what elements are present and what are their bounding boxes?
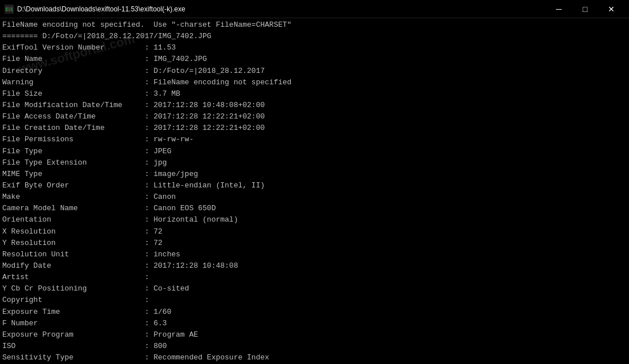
titlebar: C:\ D:\Downloads\Downloads\exiftool-11.5… xyxy=(0,0,629,18)
terminal-line: File Access Date/Time : 2017:12:28 12:22… xyxy=(2,111,627,122)
terminal-line: Y Cb Cr Positioning : Co-sited xyxy=(2,283,627,295)
terminal-line: File Name : IMG_7402.JPG xyxy=(2,54,627,65)
terminal-line: Copyright : xyxy=(2,295,627,306)
terminal-line: Camera Model Name : Canon EOS 650D xyxy=(2,203,627,214)
terminal-line: Sensitivity Type : Recommended Exposure … xyxy=(2,352,627,363)
app-icon: C:\ xyxy=(5,5,14,14)
terminal-line: File Permissions : rw-rw-rw- xyxy=(2,134,627,145)
terminal-line: FileName encoding not specified. Use "-c… xyxy=(2,19,627,31)
terminal-line: File Size : 3.7 MB xyxy=(2,88,627,100)
terminal-line: Artist : xyxy=(2,272,627,283)
terminal-line: ISO : 800 xyxy=(2,341,627,352)
terminal-line: ExifTool Version Number : 11.53 xyxy=(2,42,627,54)
terminal-line: Orientation : Horizontal (normal) xyxy=(2,214,627,226)
terminal-line: Make : Canon xyxy=(2,191,627,203)
terminal-line: F Number : 6.3 xyxy=(2,318,627,329)
minimize-button[interactable]: ─ xyxy=(546,0,572,18)
terminal-line: Exposure Program : Program AE xyxy=(2,329,627,341)
close-button[interactable]: ✕ xyxy=(598,0,624,18)
terminal-output[interactable]: www.softportal.com FileName encoding not… xyxy=(0,18,629,364)
terminal-line: MIME Type : image/jpeg xyxy=(2,169,627,180)
terminal-line: Modify Date : 2017:12:28 10:48:08 xyxy=(2,260,627,272)
terminal-line: Y Resolution : 72 xyxy=(2,238,627,249)
svg-text:C:\: C:\ xyxy=(6,7,13,12)
terminal-line: File Creation Date/Time : 2017:12:28 12:… xyxy=(2,122,627,134)
terminal-line: File Modification Date/Time : 2017:12:28… xyxy=(2,100,627,111)
terminal-line: Warning : FileName encoding not specifie… xyxy=(2,77,627,88)
terminal-line: File Type Extension : jpg xyxy=(2,157,627,169)
terminal-line: Exif Byte Order : Little-endian (Intel, … xyxy=(2,180,627,191)
maximize-button[interactable]: □ xyxy=(572,0,598,18)
terminal-line: X Resolution : 72 xyxy=(2,226,627,238)
terminal-line: ======== D:/Foto/=|2018_28.12.2017/IMG_7… xyxy=(2,31,627,42)
terminal-lines: FileName encoding not specified. Use "-c… xyxy=(2,19,627,363)
terminal-line: Exposure Time : 1/60 xyxy=(2,306,627,318)
terminal-line: Resolution Unit : inches xyxy=(2,249,627,260)
terminal-line: File Type : JPEG xyxy=(2,146,627,157)
window-title: D:\Downloads\Downloads\exiftool-11.53\ex… xyxy=(17,5,546,13)
terminal-line: Directory : D:/Foto/=|2018_28.12.2017 xyxy=(2,66,627,77)
window-controls: ─ □ ✕ xyxy=(546,0,624,18)
